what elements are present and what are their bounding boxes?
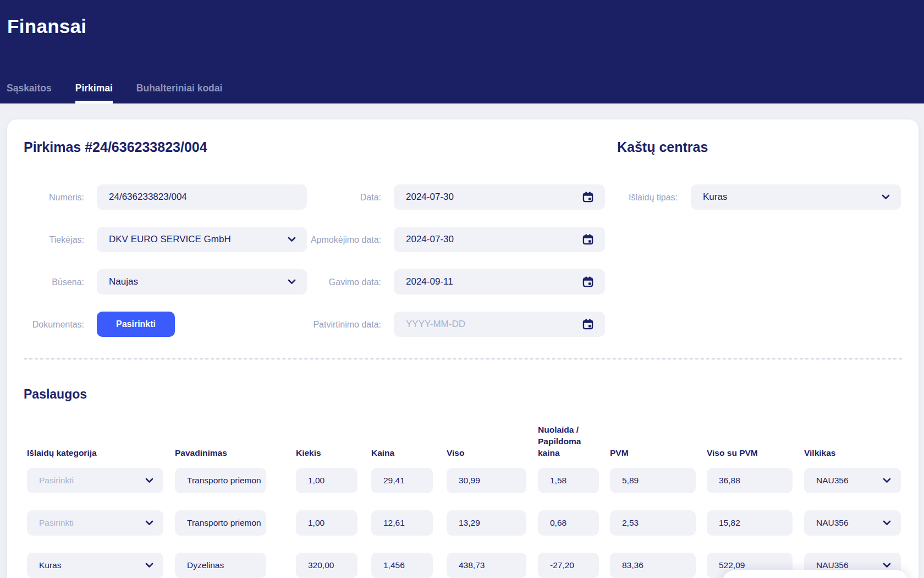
price-input[interactable]: 1,456 <box>371 553 433 578</box>
category-select[interactable]: Pasirinkti <box>27 510 163 536</box>
apmokejimo-data-label: Apmokėjimo data: <box>304 227 381 252</box>
busena-select[interactable]: Naujas <box>97 269 307 295</box>
discount-input[interactable]: 1,58 <box>538 468 599 493</box>
gavimo-data-label: Gavimo data: <box>304 269 381 295</box>
name-input[interactable]: Transporto priemon <box>175 468 266 493</box>
tab-saskaitos[interactable]: Sąskaitos <box>7 83 52 103</box>
numeris-label: Numeris: <box>7 184 84 210</box>
discount-input[interactable]: 0,68 <box>538 510 599 536</box>
name-input[interactable]: Transporto priemon <box>175 510 266 536</box>
tiekejas-select[interactable]: DKV EURO SERVICE GmbH <box>97 227 307 252</box>
floating-widget[interactable] <box>722 570 909 578</box>
apmokejimo-date-input[interactable]: 2024-07-30 <box>394 227 605 252</box>
column-header-pavadinimas: Pavadinimas <box>175 447 266 459</box>
total-with-vat-input[interactable]: 36,88 <box>707 468 793 493</box>
vat-input[interactable]: 5,89 <box>610 468 696 493</box>
cost-center-title: Kaštų centras <box>617 139 708 155</box>
total-input[interactable]: 13,29 <box>447 510 526 536</box>
section-divider <box>24 358 902 359</box>
app-viewport: Finansai Sąskaitos Pirkimai Buhalterinia… <box>0 0 924 578</box>
page-title: Finansai <box>7 15 86 37</box>
chevron-down-icon <box>883 478 891 483</box>
chevron-down-icon <box>288 237 296 242</box>
data-label: Data: <box>304 184 381 210</box>
patvirtinimo-date-input[interactable]: YYYY-MM-DD <box>394 312 605 337</box>
data-date-input[interactable]: 2024-07-30 <box>394 184 605 210</box>
column-header-viso: Viso <box>447 447 526 459</box>
discount-input[interactable]: -27,20 <box>538 553 599 578</box>
purchase-card: Pirkimas #24/636233823/004 Kaštų centras… <box>7 119 919 578</box>
patvirtinimo-data-label: Patvirtinimo data: <box>304 312 381 337</box>
dokumentas-label: Dokumentas: <box>7 312 84 337</box>
qty-input[interactable]: 1,00 <box>296 510 358 536</box>
chevron-down-icon <box>145 478 153 483</box>
column-header-kaina: Kaina <box>371 447 433 459</box>
tab-buhalteriniai-kodai[interactable]: Buhalteriniai kodai <box>136 83 223 103</box>
chevron-down-icon <box>145 563 153 568</box>
tiekejas-label: Tiekėjas: <box>7 227 84 252</box>
column-header-viso-su-pvm: Viso su PVM <box>707 447 793 459</box>
calendar-icon[interactable] <box>582 233 594 246</box>
qty-input[interactable]: 1,00 <box>296 468 358 493</box>
category-select[interactable]: Kuras <box>27 553 163 578</box>
vat-input[interactable]: 2,53 <box>610 510 696 536</box>
category-select[interactable]: Pasirinkti <box>27 468 163 493</box>
name-input[interactable]: Dyzelinas <box>175 553 266 578</box>
chevron-down-icon <box>882 194 890 200</box>
chevron-down-icon <box>883 520 891 526</box>
islaidu-tipas-label: Išlaidų tipas: <box>601 184 678 210</box>
table-row: Pasirinkti Transporto priemon 1,00 12,61… <box>7 510 919 536</box>
chevron-down-icon <box>288 279 296 285</box>
vat-input[interactable]: 83,36 <box>610 553 696 578</box>
purchase-title: Pirkimas #24/636233823/004 <box>24 139 207 155</box>
total-input[interactable]: 438,73 <box>447 553 526 578</box>
price-input[interactable]: 12,61 <box>371 510 433 536</box>
total-input[interactable]: 30,99 <box>447 468 526 493</box>
qty-input[interactable]: 320,00 <box>296 553 358 578</box>
calendar-icon[interactable] <box>582 191 594 203</box>
price-input[interactable]: 29,41 <box>371 468 433 493</box>
table-row: Pasirinkti Transporto priemon 1,00 29,41… <box>7 468 919 493</box>
islaidu-tipas-select[interactable]: Kuras <box>691 184 901 210</box>
column-header-islaidu-kategorija: Išlaidų kategorija <box>27 447 163 459</box>
services-title: Paslaugos <box>24 387 87 402</box>
tab-bar: Sąskaitos Pirkimai Buhalteriniai kodai <box>7 83 222 103</box>
total-with-vat-input[interactable]: 15,82 <box>707 510 793 536</box>
busena-label: Būsena: <box>7 269 84 295</box>
truck-select[interactable]: NAU356 <box>804 468 901 493</box>
calendar-icon[interactable] <box>582 276 594 288</box>
calendar-icon[interactable] <box>582 318 594 330</box>
column-header-pvm: PVM <box>610 447 696 459</box>
pasirinkti-button[interactable]: Pasirinkti <box>97 312 175 337</box>
column-header-nuolaida: Nuolaida / Papildoma kaina <box>538 424 590 459</box>
truck-select[interactable]: NAU356 <box>804 510 901 536</box>
column-header-vilkikas: Vilkikas <box>804 447 901 459</box>
chevron-down-icon <box>145 520 153 526</box>
gavimo-date-input[interactable]: 2024-09-11 <box>394 269 605 295</box>
chevron-down-icon <box>883 563 891 568</box>
app-header: Finansai Sąskaitos Pirkimai Buhalterinia… <box>0 0 924 103</box>
column-header-kiekis: Kiekis <box>296 447 358 459</box>
tab-pirkimai[interactable]: Pirkimai <box>75 83 113 103</box>
numeris-input[interactable]: 24/636233823/004 <box>97 184 307 210</box>
